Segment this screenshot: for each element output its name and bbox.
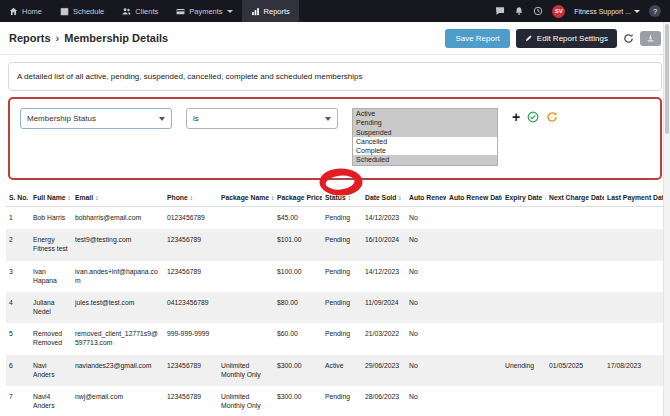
column-header[interactable]: Expiry Date↕ [502,188,546,207]
filter-field-value: Membership Status [27,114,96,123]
breadcrumb-reports[interactable]: Reports [9,32,51,44]
column-header[interactable]: Full Name↕ [30,188,72,207]
filter-operator-select[interactable]: is [186,108,338,129]
table-cell [502,261,546,292]
nav-items: HomeScheduleClientsPaymentsReports [0,0,299,22]
account-switcher[interactable]: Fitness Support ... [574,8,640,15]
column-header[interactable]: Package Name↕ [218,188,274,207]
help-icon[interactable]: ? [649,5,661,17]
column-header-label: Phone [167,194,188,201]
table-cell: Removed Removed [30,323,72,354]
account-label: Fitness Support ... [574,8,631,15]
table-cell: Ivan Hapana [30,261,72,292]
column-header[interactable]: Auto Renew↕ [406,188,446,207]
table-cell [546,386,604,416]
table-cell: 14/12/2023 [362,261,406,292]
table-cell [218,323,274,354]
table-row: 6Navi Andersnaviandes23@gmail.com1234567… [6,355,663,386]
table-cell: 14/12/2023 [362,207,406,230]
table-cell: Energy Fitness test [30,229,72,260]
status-option-scheduled[interactable]: Scheduled [353,155,497,164]
reset-filter-refresh-icon[interactable] [546,111,558,123]
notifications-bell-icon[interactable] [514,6,524,16]
save-report-button[interactable]: Save Report [445,29,509,48]
top-navbar: HomeScheduleClientsPaymentsReports SV Fi… [0,0,670,22]
table-cell [446,229,502,260]
download-button[interactable] [640,31,661,46]
home-icon [9,7,18,16]
filter-field-select[interactable]: Membership Status [20,108,172,129]
column-header-label: S. No. [9,194,28,201]
edit-report-settings-button[interactable]: Edit Report Settings [516,29,617,48]
table-cell [446,261,502,292]
nav-item-payments[interactable]: Payments [167,0,241,22]
nav-item-schedule[interactable]: Schedule [51,0,113,22]
table-cell: bobharris@email.com [72,207,164,230]
nav-item-reports[interactable]: Reports [242,0,299,22]
table-cell: 29/06/2023 [362,355,406,386]
table-cell [218,229,274,260]
column-header-label: Expiry Date [505,194,542,201]
table-cell: 999-999-9999 [164,323,218,354]
table-cell [502,229,546,260]
status-option-active[interactable]: Active [353,109,497,118]
column-header[interactable]: S. No.↕ [6,188,30,207]
chevron-down-icon [159,117,165,121]
column-header[interactable]: Email↕ [72,188,164,207]
scrollbar-thumb[interactable] [665,24,669,134]
table-cell: $45.00 [274,207,322,230]
column-header[interactable]: Auto Renew Date↕ [446,188,502,207]
nav-item-home[interactable]: Home [0,0,51,22]
sort-icon: ↕ [398,194,401,201]
status-option-suspended[interactable]: Suspended [353,128,497,137]
table-row: 1Bob Harrisbobharris@email.com0123456789… [6,207,663,230]
sort-icon: ↕ [348,194,351,201]
table-cell: 1 [6,207,30,230]
schedule-icon [60,7,69,16]
breadcrumb-separator: › [56,32,60,44]
column-header[interactable]: Status↕ [322,188,362,207]
table-cell: 04123456789 [164,292,218,323]
table-cell [218,292,274,323]
nav-item-clients[interactable]: Clients [113,0,167,22]
chat-icon[interactable] [495,6,505,16]
filter-status-multiselect[interactable]: ActivePendingSuspendedCancelledCompleteS… [352,108,498,166]
filter-actions: + [512,111,558,123]
table-cell [604,261,663,292]
status-option-pending[interactable]: Pending [353,118,497,127]
table-cell: No [406,355,446,386]
table-cell: 16/10/2024 [362,229,406,260]
column-header-label: Full Name [33,194,65,201]
reports-icon [251,7,260,16]
refresh-report-icon[interactable] [623,33,634,44]
column-header[interactable]: Next Charge Date↕ [546,188,604,207]
user-avatar[interactable]: SV [552,5,565,18]
column-header[interactable]: Last Payment Date↕ [604,188,663,207]
column-header-label: Auto Renew Date [449,194,502,201]
chevron-down-icon [325,117,331,121]
history-clock-icon[interactable] [533,6,543,16]
table-cell: Navi Anders [30,355,72,386]
table-cell: $101.00 [274,229,322,260]
status-option-cancelled[interactable]: Cancelled [353,137,497,146]
report-description: A detailed list of all active, pending, … [8,62,662,91]
report-actions: Save Report Edit Report Settings [445,29,661,48]
vertical-scrollbar[interactable] [663,22,670,416]
table-cell [446,292,502,323]
column-header[interactable]: Date Sold↕ [362,188,406,207]
table-cell: 5 [6,323,30,354]
table-cell: 123456789 [164,229,218,260]
status-option-complete[interactable]: Complete [353,146,497,155]
column-header[interactable]: Package Price↕ [274,188,322,207]
edit-report-settings-label: Edit Report Settings [537,34,608,43]
table-cell: 2 [6,229,30,260]
add-filter-icon[interactable]: + [512,111,520,123]
column-header[interactable]: Phone↕ [164,188,218,207]
column-header-label: Status [325,194,346,201]
table-cell: 21/03/2022 [362,323,406,354]
apply-filter-check-icon[interactable] [527,111,539,123]
table-cell [546,261,604,292]
column-header-label: Last Payment Date [607,194,663,201]
table-cell: Pending [322,207,362,230]
table-cell: 11/09/2024 [362,292,406,323]
